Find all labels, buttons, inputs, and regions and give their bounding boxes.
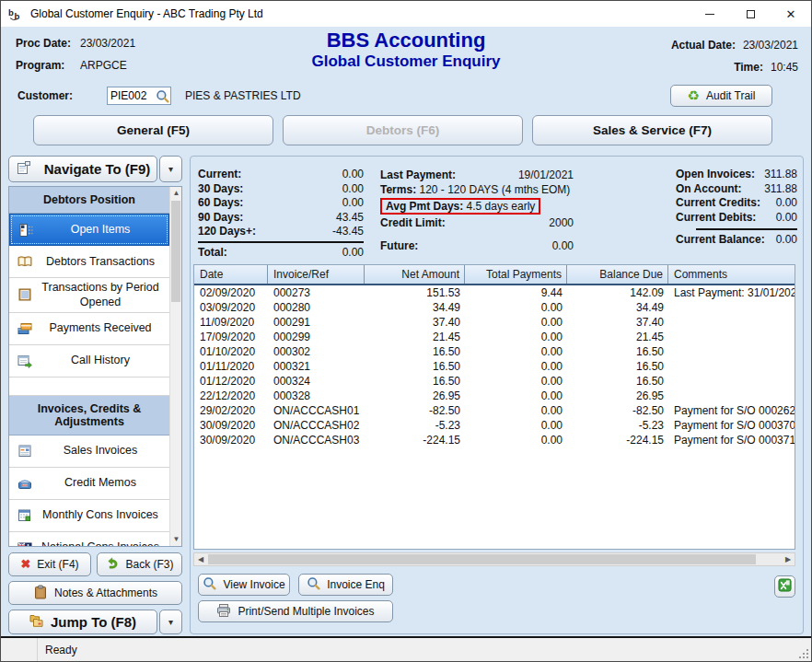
hscroll-thumb[interactable] bbox=[208, 554, 756, 564]
cell-total-payments: 0.00 bbox=[465, 344, 567, 359]
aging-rows: Current:0.0030 Days:0.0060 Days:0.0090 D… bbox=[198, 168, 364, 239]
table-row[interactable]: 03/09/202000028034.490.0034.49 bbox=[194, 300, 795, 315]
last-payment-value: 19/01/2021 bbox=[518, 168, 574, 182]
back-button[interactable]: Back (F3) bbox=[97, 552, 182, 576]
table-row[interactable]: 01/10/202000030216.500.0016.50 bbox=[194, 344, 795, 359]
table-row[interactable]: 17/09/202000029921.450.0021.45 bbox=[194, 330, 795, 344]
avg-pmt-days-highlight: Avg Pmt Days: 4.5 days early bbox=[380, 198, 540, 215]
tab-sales-service[interactable]: Sales & Service (F7) bbox=[532, 115, 772, 145]
value: 0.00 bbox=[342, 196, 364, 211]
summary-section: Current:0.0030 Days:0.0060 Days:0.0090 D… bbox=[198, 168, 797, 260]
sidebar-item-open-items[interactable]: Open Items bbox=[9, 214, 169, 246]
open-items-icon bbox=[16, 223, 36, 238]
column-header-invoice-ref[interactable]: Invoice/Ref bbox=[268, 265, 365, 284]
cell-comments bbox=[668, 300, 795, 315]
cell-date: 30/09/2020 bbox=[194, 418, 268, 433]
sidebar-item-sales-invoices[interactable]: Sales Invoices bbox=[9, 436, 169, 468]
aging-summary: Current:0.0030 Days:0.0060 Days:0.0090 D… bbox=[198, 168, 364, 260]
back-arrow-icon bbox=[105, 556, 119, 573]
cell-invoice-ref: ON/ACCCASH01 bbox=[268, 403, 365, 418]
flag-icon bbox=[15, 540, 35, 548]
cell-total-payments: 0.00 bbox=[465, 403, 567, 418]
sidebar-item-credit-memos[interactable]: Credit Memos bbox=[9, 468, 169, 500]
window-title: Global Customer Enquiry - ABC Trading Pt… bbox=[30, 7, 263, 20]
column-header-balance-due[interactable]: Balance Due bbox=[567, 265, 668, 284]
minimize-button[interactable] bbox=[690, 1, 730, 27]
notes-attachments-button[interactable]: Notes & Attachments bbox=[8, 581, 182, 605]
navigate-to-button[interactable]: Navigate To (F9) bbox=[8, 156, 157, 182]
cell-comments: Payment for S/O 000370 bbox=[668, 418, 795, 433]
table-row[interactable]: 29/02/2020ON/ACCCASH01-82.500.00-82.50Pa… bbox=[194, 403, 795, 418]
column-header-net-amount[interactable]: Net Amount bbox=[365, 265, 465, 284]
cell-net-amount: 37.40 bbox=[365, 315, 465, 330]
sidebar-scrollbar[interactable]: ▲ ▼ bbox=[169, 187, 181, 546]
column-header-date[interactable]: Date bbox=[194, 265, 268, 284]
close-button[interactable]: ✕ bbox=[771, 1, 811, 27]
tab-general[interactable]: General (F5) bbox=[33, 115, 273, 145]
table-row[interactable]: 30/09/2020ON/ACCCASH03-224.150.00-224.15… bbox=[194, 433, 795, 447]
column-header-total-payments[interactable]: Total Payments bbox=[465, 265, 567, 284]
header-left: Proc Date:23/03/2021 Program:ARPGCE bbox=[16, 32, 135, 76]
sales-invoice-icon bbox=[15, 444, 35, 459]
aging-row-90-days: 90 Days:43.45 bbox=[198, 211, 364, 226]
value: 0.00 bbox=[776, 211, 797, 226]
table-row[interactable]: 02/09/2020000273151.539.44142.09Last Pay… bbox=[194, 285, 795, 300]
cell-total-payments: 0.00 bbox=[465, 389, 567, 403]
view-invoice-button[interactable]: View Invoice bbox=[198, 574, 290, 596]
customer-code-input[interactable] bbox=[108, 89, 148, 102]
scroll-left-icon[interactable]: ◀ bbox=[194, 553, 207, 565]
customer-code-field[interactable] bbox=[107, 87, 171, 105]
sidebar-item-transactions-by-period-opened[interactable]: Transactions by Period Opened bbox=[9, 278, 169, 313]
cell-comments: Payment for S/O 000262 bbox=[668, 403, 795, 418]
minimize-icon bbox=[705, 14, 714, 15]
scroll-right-icon[interactable]: ▶ bbox=[782, 553, 795, 565]
table-row[interactable]: 22/12/202000032826.950.0026.95 bbox=[194, 389, 795, 403]
sidebar-item-debtors-transactions[interactable]: Debtors Transactions bbox=[9, 246, 169, 278]
cell-comments bbox=[668, 344, 795, 359]
jump-dropdown-button[interactable]: ▾ bbox=[159, 610, 182, 634]
sidebar-item-call-history[interactable]: Call History bbox=[9, 345, 169, 377]
excel-export-button[interactable] bbox=[774, 575, 795, 598]
sidebar-item-payments-received[interactable]: Payments Received bbox=[9, 313, 169, 345]
scroll-down-icon[interactable]: ▼ bbox=[170, 533, 182, 546]
cell-date: 30/09/2020 bbox=[194, 433, 268, 447]
audit-trail-button[interactable]: ♻ Audit Trail bbox=[670, 85, 772, 107]
scroll-up-icon[interactable]: ▲ bbox=[170, 187, 182, 200]
sidebar-item-national-cons-invoices[interactable]: National Cons Invoices bbox=[9, 532, 169, 548]
exit-button[interactable]: ✖ Exit (F4) bbox=[8, 552, 91, 576]
sidebar-scroll-thumb[interactable] bbox=[171, 201, 180, 302]
table-row[interactable]: 01/11/202000032116.500.0016.50 bbox=[194, 359, 795, 374]
cell-invoice-ref: ON/ACCCASH02 bbox=[268, 418, 365, 433]
cell-balance-due: 34.49 bbox=[567, 300, 668, 315]
customer-search-icon[interactable] bbox=[156, 89, 169, 103]
cell-balance-due: 142.09 bbox=[567, 285, 668, 300]
sidebar-item-monthly-cons-invoices[interactable]: Monthly Cons Invoices bbox=[9, 500, 169, 532]
column-header-comments[interactable]: Comments bbox=[668, 265, 795, 284]
table-row[interactable]: 11/09/202000029137.400.0037.40 bbox=[194, 315, 795, 330]
cell-date: 01/10/2020 bbox=[194, 344, 268, 359]
table-row[interactable]: 01/12/202000032416.500.0016.50 bbox=[194, 374, 795, 389]
audit-trail-label: Audit Trail bbox=[706, 89, 755, 102]
recycle-icon: ♻ bbox=[688, 88, 700, 103]
table-horizontal-scrollbar[interactable]: ◀ ▶ bbox=[193, 552, 795, 566]
resize-grip-icon[interactable] bbox=[806, 656, 808, 658]
value: -43.45 bbox=[332, 225, 364, 239]
maximize-button[interactable] bbox=[730, 1, 771, 27]
terms-summary: Last Payment: 19/01/2021 Terms: 120 - 12… bbox=[380, 168, 649, 260]
cell-total-payments: 0.00 bbox=[465, 433, 567, 447]
invoice-enq-button[interactable]: Invoice Enq bbox=[298, 574, 393, 596]
total-value: 0.00 bbox=[342, 246, 364, 261]
cell-balance-due: 26.95 bbox=[567, 389, 668, 403]
navigate-dropdown-button[interactable]: ▾ bbox=[159, 156, 182, 182]
current-balance-label: Current Balance: bbox=[676, 233, 765, 248]
print-send-button[interactable]: Print/Send Multiple Invoices bbox=[198, 600, 393, 622]
table-row[interactable]: 30/09/2020ON/ACCCASH02-5.230.00-5.23Paym… bbox=[194, 418, 795, 433]
jump-to-button[interactable]: Jump To (F8) bbox=[8, 610, 157, 634]
cell-date: 22/12/2020 bbox=[194, 389, 268, 403]
balance-summary: Open Invoices:311.88On Account:311.88Cur… bbox=[676, 168, 797, 260]
cell-balance-due: -82.50 bbox=[567, 403, 668, 418]
chevron-down-icon: ▾ bbox=[168, 617, 173, 627]
title-bar: bb Global Customer Enquiry - ABC Trading… bbox=[1, 1, 811, 27]
aging-row-30-days: 30 Days:0.00 bbox=[198, 182, 364, 197]
cell-total-payments: 9.44 bbox=[465, 285, 567, 300]
